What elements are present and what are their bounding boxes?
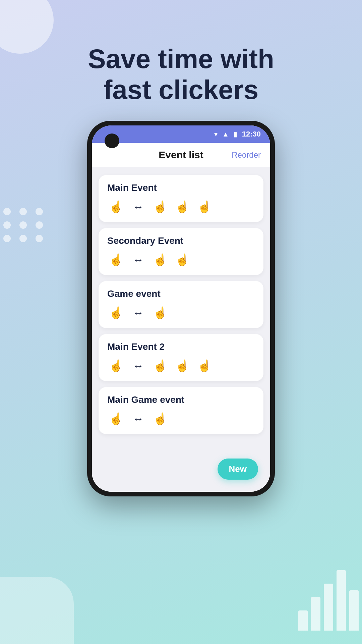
clicker-swipe-1[interactable]: ↔️: [129, 410, 147, 427]
tap-icon: ☝: [175, 360, 189, 371]
clicker-swipe-1[interactable]: ↔️: [129, 251, 147, 268]
clicker-swipe-1[interactable]: ↔️: [129, 357, 147, 374]
tap-icon: ☝: [109, 254, 123, 265]
clicker-tap-1[interactable]: ☝: [107, 198, 125, 215]
event-name: Main Event: [107, 182, 255, 193]
headline-line1: Save time with: [88, 44, 274, 74]
phone-mockup: ▾ ▲ ▮ 12:30 Event list Reorder Main Even…: [87, 121, 275, 496]
phone-inner: ▾ ▲ ▮ 12:30 Event list Reorder Main Even…: [92, 125, 270, 492]
tap-icon: ☝: [197, 360, 212, 371]
clicker-tap-2[interactable]: ☝: [152, 198, 169, 215]
clicker-tap-1[interactable]: ☝: [107, 251, 125, 268]
clicker-tap-1[interactable]: ☝: [107, 410, 125, 427]
clicker-swipe-1[interactable]: ↔️: [129, 304, 147, 321]
swipe-icon: ↔️: [132, 254, 144, 265]
event-name: Game event: [107, 288, 255, 299]
bg-bar: [324, 584, 333, 631]
clicker-row: ☝ ↔️ ☝ ☝: [107, 251, 255, 268]
event-card-main-game-event: Main Game event ☝ ↔️ ☝: [99, 387, 263, 434]
headline: Save time with fast clickers: [0, 44, 362, 105]
signal-icon: ▲: [222, 130, 229, 138]
tap-icon: ☝: [175, 254, 189, 265]
wifi-icon: ▾: [214, 130, 218, 138]
clicker-row: ☝ ↔️ ☝: [107, 304, 255, 321]
clicker-tap-4[interactable]: ☝: [196, 357, 213, 374]
clicker-tap-3[interactable]: ☝: [174, 198, 191, 215]
reorder-button[interactable]: Reorder: [232, 150, 261, 160]
app-header: Event list Reorder: [92, 143, 270, 167]
event-name: Main Game event: [107, 394, 255, 405]
clicker-tap-2[interactable]: ☝: [152, 357, 169, 374]
tap-icon: ☝: [153, 413, 167, 424]
clicker-row: ☝ ↔️ ☝: [107, 410, 255, 427]
event-name: Main Event 2: [107, 341, 255, 352]
app-content: Main Event ☝ ↔️ ☝ ☝ ☝ Secondary Event ☝ …: [92, 167, 270, 492]
tap-icon: ☝: [109, 307, 123, 318]
clicker-tap-3[interactable]: ☝: [174, 357, 191, 374]
swipe-icon: ↔️: [132, 360, 144, 371]
event-card-secondary-event: Secondary Event ☝ ↔️ ☝ ☝: [99, 228, 263, 275]
bg-bar: [311, 597, 320, 631]
bg-bar: [337, 570, 346, 631]
bg-bar: [349, 590, 359, 631]
clicker-tap-2[interactable]: ☝: [152, 410, 169, 427]
event-card-game-event: Game event ☝ ↔️ ☝: [99, 281, 263, 328]
bg-bars: [298, 570, 362, 631]
event-card-main-event: Main Event ☝ ↔️ ☝ ☝ ☝: [99, 175, 263, 222]
new-fab-button[interactable]: New: [218, 459, 258, 480]
event-card-main-event-2: Main Event 2 ☝ ↔️ ☝ ☝ ☝: [99, 334, 263, 381]
swipe-icon: ↔️: [132, 307, 144, 318]
clicker-swipe-1[interactable]: ↔️: [129, 198, 147, 215]
event-name: Secondary Event: [107, 235, 255, 246]
clicker-tap-1[interactable]: ☝: [107, 357, 125, 374]
bg-dot-grid: [3, 208, 46, 242]
tap-icon: ☝: [153, 254, 167, 265]
status-time: 12:30: [242, 130, 261, 139]
clicker-tap-3[interactable]: ☝: [174, 251, 191, 268]
tap-icon: ☝: [109, 413, 123, 424]
camera-dot: [105, 133, 119, 148]
tap-icon: ☝: [153, 201, 167, 212]
tap-icon: ☝: [153, 307, 167, 318]
clicker-row: ☝ ↔️ ☝ ☝ ☝: [107, 198, 255, 215]
phone-outer: ▾ ▲ ▮ 12:30 Event list Reorder Main Even…: [87, 121, 275, 496]
clicker-tap-2[interactable]: ☝: [152, 251, 169, 268]
headline-line2: fast clickers: [104, 75, 259, 105]
clicker-tap-1[interactable]: ☝: [107, 304, 125, 321]
bg-bar: [298, 610, 308, 631]
clicker-tap-2[interactable]: ☝: [152, 304, 169, 321]
tap-icon: ☝: [197, 201, 212, 212]
battery-icon: ▮: [234, 130, 237, 138]
tap-icon: ☝: [175, 201, 189, 212]
clicker-tap-4[interactable]: ☝: [196, 198, 213, 215]
bg-bottom-left: [0, 577, 74, 644]
tap-icon: ☝: [153, 360, 167, 371]
swipe-icon: ↔️: [132, 201, 144, 212]
swipe-icon: ↔️: [132, 413, 144, 424]
clicker-row: ☝ ↔️ ☝ ☝ ☝: [107, 357, 255, 374]
app-title: Event list: [159, 149, 203, 161]
tap-icon: ☝: [109, 201, 123, 212]
tap-icon: ☝: [109, 360, 123, 371]
